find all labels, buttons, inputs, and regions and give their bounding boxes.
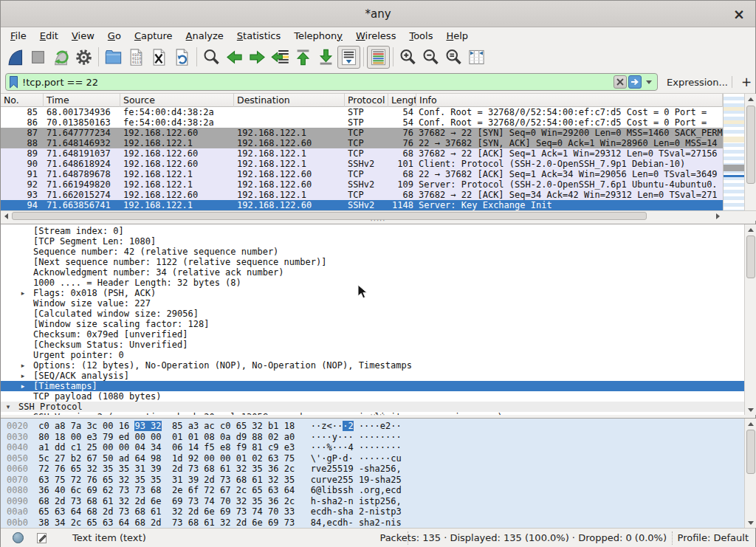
clear-filter-button[interactable] xyxy=(614,75,627,89)
expand-icon[interactable]: ▸ xyxy=(18,381,27,391)
hex-row-0070[interactable]: 0070 63 75 72 76 65 32 35 35 31 39 2d 73… xyxy=(1,475,755,486)
close-file-button[interactable] xyxy=(148,46,171,69)
expand-icon[interactable]: ▸ xyxy=(18,360,27,371)
detail-row[interactable]: ▸[SEQ/ACK analysis] xyxy=(1,371,744,381)
zoom-normal-button[interactable] xyxy=(442,46,465,69)
expression-button[interactable]: Expression... xyxy=(667,77,728,88)
column-header-protocol[interactable]: Protocol xyxy=(345,94,388,107)
go-first-packet-button[interactable] xyxy=(292,46,315,69)
packet-row-92[interactable]: 9271.661949820192.168.122.1192.168.122.6… xyxy=(1,179,723,190)
save-file-button[interactable]: 010101100113 xyxy=(125,46,148,69)
scroll-down-icon[interactable] xyxy=(745,517,756,528)
detail-row[interactable]: Sequence number: 42 (relative sequence n… xyxy=(1,247,744,257)
scrollbar-thumb[interactable] xyxy=(746,106,755,184)
expert-info-icon[interactable] xyxy=(13,532,24,543)
detail-row[interactable]: TCP payload (1080 bytes) xyxy=(1,391,744,402)
hex-row-0030[interactable]: 0030 80 18 00 e3 79 ed 00 00 01 01 08 0a… xyxy=(1,432,755,443)
go-forward-button[interactable] xyxy=(246,46,269,69)
column-header-length[interactable]: Length xyxy=(388,94,416,107)
menu-tools[interactable]: Tools xyxy=(402,29,439,43)
add-filter-button[interactable]: + xyxy=(739,73,754,91)
scrollbar-thumb[interactable] xyxy=(12,212,647,220)
intelligent-scrollbar-minimap[interactable] xyxy=(723,94,744,210)
menu-wireless[interactable]: Wireless xyxy=(349,29,402,43)
colorize-packets-button[interactable] xyxy=(367,46,390,69)
hex-row-00a0[interactable]: 00a0 65 63 64 68 2d 73 68 61 32 2d 6e 69… xyxy=(1,506,755,517)
detail-row[interactable]: [TCP Segment Len: 1080] xyxy=(1,236,744,247)
packet-row-93[interactable]: 9371.662015274192.168.122.60192.168.122.… xyxy=(1,190,723,200)
detail-row[interactable]: [Stream index: 0] xyxy=(1,226,744,236)
menu-analyze[interactable]: Analyze xyxy=(179,29,230,43)
display-filter-input[interactable] xyxy=(19,77,612,88)
detail-row[interactable]: ▸Flags: 0x018 (PSH, ACK) xyxy=(1,288,744,298)
menu-telephony[interactable]: Telephony xyxy=(287,29,349,43)
apply-filter-button[interactable] xyxy=(628,75,642,89)
detail-row[interactable]: [Next sequence number: 1122 (relative se… xyxy=(1,257,744,267)
scroll-down-icon[interactable] xyxy=(745,405,756,415)
scroll-up-icon[interactable] xyxy=(745,419,756,429)
filter-history-dropdown-icon[interactable] xyxy=(646,80,652,84)
expand-icon[interactable]: ▸ xyxy=(18,371,27,381)
bytes-vertical-scrollbar[interactable] xyxy=(744,419,756,528)
close-window-button[interactable]: × xyxy=(730,5,748,23)
scroll-right-icon[interactable] xyxy=(712,211,723,221)
packet-row-91[interactable]: 9171.648789678192.168.122.1192.168.122.6… xyxy=(1,169,723,179)
hex-row-0090[interactable]: 0090 68 2d 73 68 61 32 2d 6e 69 73 74 70… xyxy=(1,496,755,507)
expand-icon[interactable]: ▸ xyxy=(18,288,27,298)
menu-view[interactable]: View xyxy=(65,29,101,43)
hex-row-0080[interactable]: 0080 36 40 6c 69 62 73 73 68 2e 6f 72 67… xyxy=(1,485,755,496)
hex-row-0060[interactable]: 0060 72 76 65 32 35 35 31 39 2d 73 68 61… xyxy=(1,464,755,475)
hex-row-0050[interactable]: 0050 5c 27 b2 67 50 ad 64 98 1d 92 00 00… xyxy=(1,453,755,464)
go-to-packet-button[interactable] xyxy=(269,46,292,69)
packet-list-header[interactable]: No.TimeSourceDestinationProtocolLengthIn… xyxy=(1,94,723,107)
packet-row-85[interactable]: 8568.001734936fe:54:00:d4:38:2aSTP54Conf… xyxy=(1,107,723,117)
display-filter-field[interactable] xyxy=(5,73,658,91)
zoom-in-button[interactable] xyxy=(396,46,419,69)
profile-status[interactable]: Profile: Default xyxy=(678,532,749,543)
go-back-button[interactable] xyxy=(223,46,246,69)
packet-list-vertical-scrollbar[interactable] xyxy=(744,94,756,221)
open-file-button[interactable] xyxy=(102,46,125,69)
menu-file[interactable]: File xyxy=(4,29,33,43)
detail-row[interactable]: [Window size scaling factor: 128] xyxy=(1,319,744,329)
detail-row[interactable]: 1000 .... = Header Length: 32 bytes (8) xyxy=(1,278,744,288)
capture-comment-icon[interactable] xyxy=(36,531,48,546)
collapse-icon[interactable]: ▾ xyxy=(4,402,13,412)
column-header-time[interactable]: Time xyxy=(44,94,120,107)
menu-statistics[interactable]: Statistics xyxy=(230,29,287,43)
packet-row-90[interactable]: 9071.648618924192.168.122.60192.168.122.… xyxy=(1,159,723,169)
hex-row-0040[interactable]: 0040 a1 dd c1 25 00 00 04 34 06 14 f5 e8… xyxy=(1,442,755,453)
stop-capture-button[interactable] xyxy=(27,46,49,69)
bookmark-icon[interactable] xyxy=(8,75,19,89)
column-header-info[interactable]: Info xyxy=(416,94,723,107)
scroll-up-icon[interactable] xyxy=(745,94,756,104)
detail-row[interactable]: [Calculated window size: 29056] xyxy=(1,309,744,319)
detail-row[interactable]: Checksum: 0x79ed [unverified] xyxy=(1,329,744,340)
packet-list-horizontal-scrollbar[interactable] xyxy=(1,210,723,221)
detail-row[interactable]: Window size value: 227 xyxy=(1,298,744,309)
menu-help[interactable]: Help xyxy=(439,29,475,43)
capture-options-button[interactable] xyxy=(72,46,95,69)
scroll-up-icon[interactable] xyxy=(745,224,756,235)
menu-capture[interactable]: Capture xyxy=(128,29,179,43)
scroll-left-icon[interactable] xyxy=(1,211,11,221)
scrollbar-thumb[interactable] xyxy=(746,430,755,474)
packet-row-89[interactable]: 8971.648191037192.168.122.60192.168.122.… xyxy=(1,148,723,159)
detail-row[interactable]: Urgent pointer: 0 xyxy=(1,350,744,360)
zoom-out-button[interactable] xyxy=(419,46,442,69)
hex-row-00b0[interactable]: 00b0 38 34 2c 65 63 64 68 2d 73 68 61 32… xyxy=(1,517,755,529)
details-vertical-scrollbar[interactable] xyxy=(744,224,756,415)
column-header-source[interactable]: Source xyxy=(120,94,234,107)
detail-row[interactable]: Acknowledgment number: 34 (relative ack … xyxy=(1,267,744,278)
column-header-destination[interactable]: Destination xyxy=(234,94,345,107)
detail-row[interactable]: [Checksum Status: Unverified] xyxy=(1,340,744,350)
menu-go[interactable]: Go xyxy=(101,29,128,43)
detail-row[interactable]: ▸[Timestamps] xyxy=(1,381,744,391)
packet-row-87[interactable]: 8771.647777234192.168.122.60192.168.122.… xyxy=(1,128,723,138)
hex-row-0020[interactable]: 0020 c0 a8 7a 3c 00 16 93 32 85 a3 ac c0… xyxy=(1,421,755,432)
reload-file-button[interactable] xyxy=(171,46,193,69)
menu-edit[interactable]: Edit xyxy=(33,29,65,43)
detail-row[interactable]: ▸Options: (12 bytes), No-Operation (NOP)… xyxy=(1,360,744,371)
packet-row-88[interactable]: 8871.648146932192.168.122.1192.168.122.6… xyxy=(1,138,723,148)
start-capture-button[interactable] xyxy=(4,46,27,69)
